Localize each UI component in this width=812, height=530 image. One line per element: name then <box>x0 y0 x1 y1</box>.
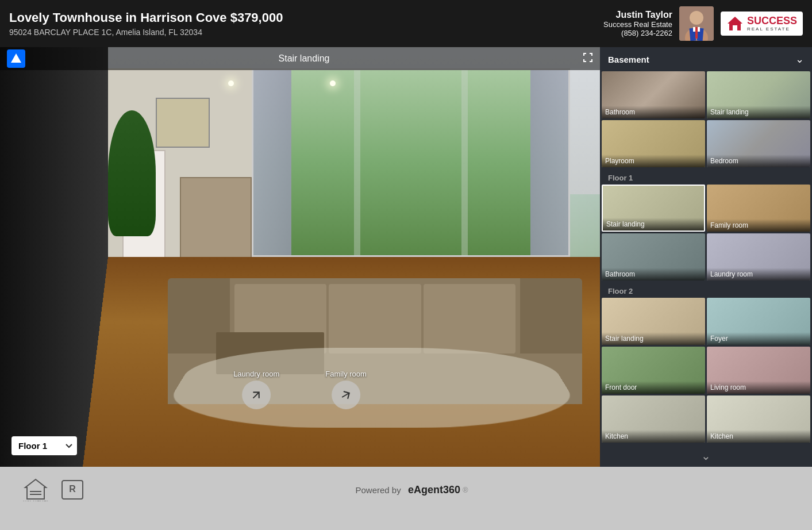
wall-art <box>156 98 210 148</box>
fullscreen-button[interactable] <box>583 52 593 66</box>
room-label-floor1-stair: Stair landing <box>603 218 704 231</box>
room-label-floor2-living: Living room <box>707 381 810 394</box>
room-label-basement-stair: Stair landing <box>707 106 810 118</box>
app-name: eAgent360 <box>408 484 460 496</box>
agent-section: Justin Taylor Success Real Estate (858) … <box>603 6 803 41</box>
panorama-viewer[interactable]: Stair landing <box>0 47 600 467</box>
footer: EQUAL HOUSING R Powered by eAgent360 ® <box>0 467 812 513</box>
realtor-icon: R <box>60 478 85 501</box>
room-label-basement-bedroom: Bedroom <box>707 155 810 167</box>
room-thumb-floor1-bathroom[interactable]: Bathroom <box>602 233 705 281</box>
room-thumb-floor2-kitchen1[interactable]: Kitchen <box>602 395 705 443</box>
nav-laundry-label: Laundry room <box>233 370 279 378</box>
room-thumb-floor1-family[interactable]: Family room <box>707 185 810 232</box>
navigation-buttons: Laundry room Family room <box>233 370 367 409</box>
equal-housing-icon: EQUAL HOUSING <box>23 478 48 501</box>
agent-info: Justin Taylor Success Real Estate (858) … <box>603 10 672 37</box>
agent-name: Justin Taylor <box>603 10 672 20</box>
room-thumb-floor2-kitchen2[interactable]: Kitchen <box>707 395 810 443</box>
svg-text:EQUAL HOUSING: EQUAL HOUSING <box>23 500 48 501</box>
room-label-floor2-foyer: Foyer <box>707 332 810 345</box>
section-floor2-title: Floor 2 <box>600 282 812 298</box>
property-title: Lovely Townhouse in Harrison Cove $379,0… <box>9 10 283 25</box>
agent-phone: (858) 234-2262 <box>603 29 672 37</box>
floor-select-input[interactable]: Floor 1 Floor 2 Basement <box>11 436 77 455</box>
main-container: Stair landing <box>0 47 812 467</box>
nav-family-label: Family room <box>325 370 367 378</box>
room-thumb-floor1-stair[interactable]: Stair landing <box>602 185 705 232</box>
svg-marker-10 <box>25 479 46 499</box>
nav-family-room[interactable]: Family room <box>325 370 367 409</box>
section-basement-toggle[interactable]: ⌄ <box>795 53 804 66</box>
scene-name: Stair landing <box>279 53 330 64</box>
powered-by-text: Powered by <box>355 485 401 495</box>
room-label-floor2-kitchen1: Kitchen <box>602 430 705 443</box>
room-label-floor2-frontdoor: Front door <box>602 381 705 394</box>
room-thumb-floor2-frontdoor[interactable]: Front door <box>602 347 705 394</box>
footer-icons: EQUAL HOUSING R <box>23 478 85 501</box>
room-label-floor1-family: Family room <box>707 219 810 232</box>
section-basement-title: Basement <box>608 55 649 64</box>
section-floor1-title: Floor 1 <box>600 169 812 185</box>
floor2-rooms: Stair landing Foyer Front door Living ro… <box>600 298 812 444</box>
property-info: Lovely Townhouse in Harrison Cove $379,0… <box>9 10 283 37</box>
agent-company: Success Real Estate <box>603 20 672 29</box>
room-label-basement-bathroom: Bathroom <box>602 106 705 118</box>
logo-main: SUCCESS <box>747 16 797 27</box>
room-thumb-floor2-foyer[interactable]: Foyer <box>707 298 810 345</box>
svg-marker-9 <box>11 53 21 63</box>
footer-powered: Powered by eAgent360 ® <box>355 484 468 496</box>
company-logo: SUCCESS REAL ESTATE <box>721 11 803 36</box>
plant <box>108 110 156 236</box>
floor-selector[interactable]: Floor 1 Floor 2 Basement <box>11 436 77 455</box>
floor1-rooms: Stair landing Family room Bathroom Laund… <box>600 185 812 282</box>
svg-rect-6 <box>695 27 698 39</box>
property-address: 95024 BARCLAY PLACE 1C, Amelia Island, F… <box>9 28 283 37</box>
basement-rooms: Bathroom Stair landing Playroom Bedroom <box>600 71 812 169</box>
section-basement: Basement ⌄ <box>600 47 812 71</box>
viewer-top-bar: Stair landing <box>0 47 600 70</box>
svg-point-1 <box>690 11 703 25</box>
scroll-down-indicator[interactable]: ⌄ <box>600 444 812 467</box>
zillow-icon <box>7 49 25 68</box>
sidebar: Basement ⌄ Bathroom Stair landing Playro… <box>600 47 812 467</box>
nav-laundry-arrow[interactable] <box>242 381 271 409</box>
room-label-floor2-kitchen2: Kitchen <box>707 430 810 443</box>
room-thumb-floor1-laundry[interactable]: Laundry room <box>707 233 810 281</box>
room-label-floor1-laundry: Laundry room <box>707 268 810 281</box>
windows <box>252 68 569 258</box>
nav-family-arrow[interactable] <box>332 381 360 409</box>
room-label-floor2-stair: Stair landing <box>602 332 705 345</box>
header: Lovely Townhouse in Harrison Cove $379,0… <box>0 0 812 47</box>
room-label-basement-playroom: Playroom <box>602 155 705 167</box>
svg-text:R: R <box>69 484 76 494</box>
agent-avatar <box>679 6 714 41</box>
room-thumb-basement-stair[interactable]: Stair landing <box>707 71 810 118</box>
logo-sub: REAL ESTATE <box>747 26 797 32</box>
nav-laundry-room[interactable]: Laundry room <box>233 370 279 409</box>
room-thumb-floor2-living[interactable]: Living room <box>707 347 810 394</box>
room-thumb-basement-playroom[interactable]: Playroom <box>602 120 705 167</box>
rug <box>153 348 592 428</box>
svg-rect-8 <box>733 25 737 30</box>
room-thumb-floor2-stair[interactable]: Stair landing <box>602 298 705 345</box>
room-label-floor1-bathroom: Bathroom <box>602 268 705 281</box>
room-thumb-basement-bedroom[interactable]: Bedroom <box>707 120 810 167</box>
room-thumb-basement-bathroom[interactable]: Bathroom <box>602 71 705 118</box>
